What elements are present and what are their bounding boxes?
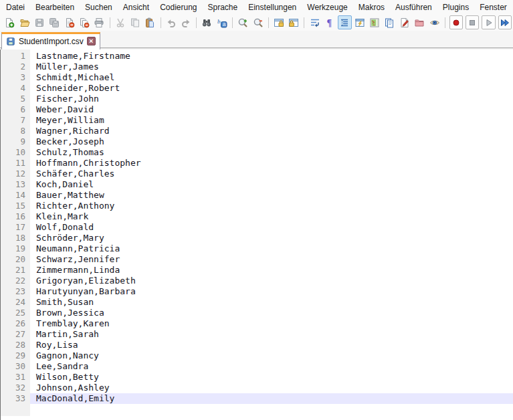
- line-text[interactable]: Wilson,Betty: [30, 372, 513, 383]
- line-text[interactable]: Schwarz,Jennifer: [30, 254, 513, 265]
- line-number[interactable]: 12: [1, 169, 30, 179]
- line-number[interactable]: 32: [1, 383, 30, 393]
- undo-button[interactable]: [165, 15, 178, 29]
- menu-item-plugins[interactable]: Plugins: [437, 1, 474, 14]
- line-number[interactable]: 21: [1, 265, 30, 276]
- editor-line[interactable]: 23 Harutyunyan,Barbara: [1, 286, 513, 297]
- editor-line[interactable]: 24 Smith,Susan: [1, 297, 513, 308]
- line-text[interactable]: Richter,Anthony: [30, 201, 513, 211]
- editor-line[interactable]: 20 Schwarz,Jennifer: [1, 254, 513, 265]
- find-button[interactable]: [200, 15, 213, 29]
- line-text[interactable]: Wagner,Richard: [30, 126, 513, 136]
- editor-line[interactable]: 26 Tremblay,Karen: [1, 318, 513, 329]
- line-number[interactable]: 8: [1, 126, 30, 136]
- editor-line[interactable]: 8 Wagner,Richard: [1, 126, 513, 136]
- line-number[interactable]: 23: [1, 286, 30, 297]
- line-text[interactable]: Gagnon,Nancy: [30, 350, 513, 361]
- menu-item-fenster[interactable]: Fenster: [474, 1, 512, 14]
- line-number[interactable]: 33: [1, 393, 30, 404]
- word-wrap-button[interactable]: [308, 15, 321, 29]
- menu-item-makros[interactable]: Makros: [353, 1, 390, 14]
- editor-line[interactable]: 3 Schmidt,Michael: [1, 72, 513, 83]
- line-text[interactable]: Schmidt,Michael: [30, 72, 513, 83]
- line-number[interactable]: 7: [1, 115, 30, 126]
- close-button[interactable]: [62, 15, 76, 29]
- editor-line[interactable]: 29 Gagnon,Nancy: [1, 350, 513, 361]
- line-number[interactable]: 18: [1, 233, 30, 243]
- menu-item-ansicht[interactable]: Ansicht: [118, 1, 155, 14]
- line-number[interactable]: 27: [1, 329, 30, 340]
- line-number[interactable]: 19: [1, 243, 30, 254]
- editor-line[interactable]: 16 Klein,Mark: [1, 211, 513, 222]
- line-text[interactable]: Lastname,Firstname: [30, 51, 513, 62]
- sync-vertical-scroll-button[interactable]: [272, 15, 286, 29]
- editor-line[interactable]: 5 Fischer,John: [1, 94, 513, 104]
- line-number[interactable]: 17: [1, 222, 30, 233]
- line-number[interactable]: 3: [1, 72, 30, 83]
- line-number[interactable]: 24: [1, 297, 30, 308]
- editor-line[interactable]: 19 Neumann,Patricia: [1, 243, 513, 254]
- open-file-button[interactable]: [17, 15, 31, 29]
- line-text[interactable]: Meyer,William: [30, 115, 513, 126]
- editor-line[interactable]: 4 Schneider,Robert: [1, 83, 513, 94]
- menu-item-datei[interactable]: Datei: [1, 1, 30, 14]
- line-text[interactable]: Schäfer,Charles: [30, 169, 513, 179]
- editor-line[interactable]: 18 Schröder,Mary: [1, 233, 513, 243]
- line-number[interactable]: 29: [1, 350, 30, 361]
- editor-line[interactable]: 14 Bauer,Matthew: [1, 190, 513, 201]
- zoom-out-button[interactable]: [251, 15, 264, 29]
- function-list-button[interactable]: [398, 15, 411, 29]
- line-text[interactable]: Becker,Joseph: [30, 136, 513, 147]
- copy-button[interactable]: [128, 15, 142, 29]
- line-text[interactable]: Fischer,John: [30, 94, 513, 104]
- menu-item-sprache[interactable]: Sprache: [203, 1, 243, 14]
- line-number[interactable]: 31: [1, 372, 30, 383]
- line-text[interactable]: Brown,Jessica: [30, 308, 513, 318]
- paste-button[interactable]: [143, 15, 157, 29]
- editor-line[interactable]: 33 MacDonald,Emily: [1, 393, 513, 404]
- menu-item-suchen[interactable]: Suchen: [80, 1, 118, 14]
- new-file-button[interactable]: [3, 15, 16, 29]
- line-text[interactable]: Schröder,Mary: [30, 233, 513, 243]
- line-number[interactable]: 2: [1, 62, 30, 72]
- line-number[interactable]: 5: [1, 94, 30, 104]
- line-number[interactable]: 28: [1, 340, 30, 350]
- zoom-in-button[interactable]: [236, 15, 249, 29]
- editor-line[interactable]: 32 Johnson,Ashley: [1, 383, 513, 393]
- line-number[interactable]: 16: [1, 211, 30, 222]
- redo-button[interactable]: [179, 15, 193, 29]
- line-number[interactable]: 9: [1, 136, 30, 147]
- save-all-button[interactable]: [47, 15, 61, 29]
- line-text[interactable]: Grigoryan,Elizabeth: [30, 276, 513, 286]
- menu-item-ausfhren[interactable]: Ausführen: [390, 1, 437, 14]
- editor-line[interactable]: 10 Schulz,Thomas: [1, 147, 513, 158]
- folder-as-workspace-button[interactable]: [413, 15, 426, 29]
- print-button[interactable]: [92, 15, 106, 29]
- menu-item-einstellungen[interactable]: Einstellungen: [243, 1, 302, 14]
- editor-line[interactable]: 17 Wolf,Donald: [1, 222, 513, 233]
- line-number[interactable]: 10: [1, 147, 30, 158]
- line-number[interactable]: 26: [1, 318, 30, 329]
- sync-horizontal-scroll-button[interactable]: [287, 15, 300, 29]
- editor-line[interactable]: 6 Weber,David: [1, 104, 513, 115]
- editor-line[interactable]: 7 Meyer,William: [1, 115, 513, 126]
- editor-line[interactable]: 31 Wilson,Betty: [1, 372, 513, 383]
- editor-line[interactable]: 15 Richter,Anthony: [1, 201, 513, 211]
- tab-studentimport[interactable]: StudentImport.csv: [1, 32, 100, 49]
- line-text[interactable]: Schulz,Thomas: [30, 147, 513, 158]
- line-number[interactable]: 25: [1, 308, 30, 318]
- editor-line[interactable]: 22 Grigoryan,Elizabeth: [1, 276, 513, 286]
- tab-close-icon[interactable]: [87, 37, 96, 45]
- line-text[interactable]: Roy,Lisa: [30, 340, 513, 350]
- line-text[interactable]: Hoffmann,Christopher: [30, 158, 513, 169]
- editor-line[interactable]: 30 Lee,Sandra: [1, 361, 513, 372]
- editor-line[interactable]: 28 Roy,Lisa: [1, 340, 513, 350]
- menu-item-bearbeiten[interactable]: Bearbeiten: [30, 1, 80, 14]
- line-text[interactable]: Neumann,Patricia: [30, 243, 513, 254]
- document-list-button[interactable]: [383, 15, 396, 29]
- cut-button[interactable]: [114, 15, 127, 29]
- editor-line[interactable]: 1 Lastname,Firstname: [1, 51, 513, 62]
- line-text[interactable]: Zimmermann,Linda: [30, 265, 513, 276]
- line-number[interactable]: 6: [1, 104, 30, 115]
- user-defined-language-dialog-button[interactable]: [353, 15, 367, 29]
